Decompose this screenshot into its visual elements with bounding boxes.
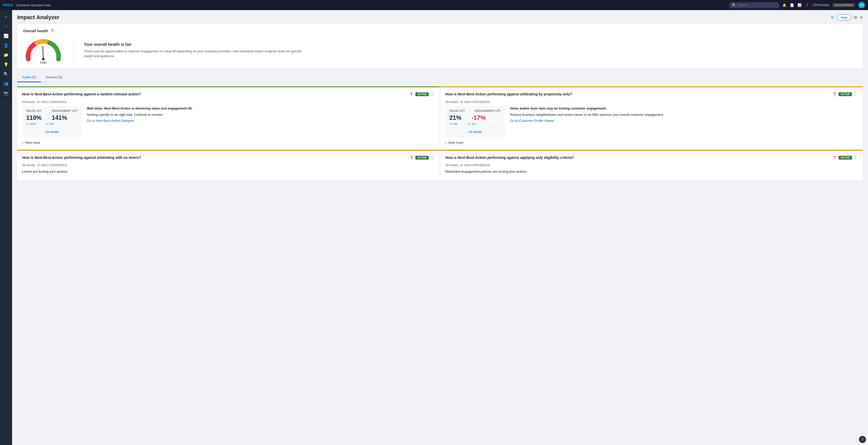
card-1-engagement-margin: +/- 3%: [46, 122, 54, 125]
card-1-lift-margins: +/- 10% +/- 3%: [26, 122, 78, 125]
settings-button[interactable]: ⚙: [854, 15, 857, 20]
sidebar-camera-icon[interactable]: 📷: [2, 89, 10, 97]
card-3-more-button[interactable]: ⋮: [431, 155, 435, 160]
card-3-issues-label: All issues: [22, 163, 35, 167]
analyzer-card-4: How is Next-Best-Action performing again…: [440, 150, 863, 180]
sidebar-grid-icon[interactable]: ⋮⋮: [2, 99, 10, 107]
svg-point-1: [42, 58, 44, 60]
tab-active[interactable]: Active (5): [17, 73, 41, 82]
card-1-value-lift: 110%: [26, 114, 41, 121]
analyzer-card-3: How is Next-Best-Action performing again…: [17, 150, 440, 180]
health-description: There may be opportunities to improve en…: [84, 49, 310, 59]
search-bar[interactable]: 🔍: [729, 2, 779, 8]
sidebar-folder-icon[interactable]: 📁: [2, 51, 10, 59]
card-1-value-margin: +/- 10%: [26, 122, 36, 125]
card-4-question: How is Next-Best-Action performing again…: [445, 155, 574, 160]
health-gauge: FAIR: [23, 36, 63, 64]
help-icon[interactable]: ❓: [805, 3, 809, 7]
card-1-link[interactable]: Go to Next-Best-Action Designer: [87, 119, 134, 123]
sidebar-profile-icon[interactable]: 👥: [2, 80, 10, 88]
search-icon: 🔍: [732, 3, 736, 7]
card-3-help-icon[interactable]: ❓: [409, 156, 413, 160]
card-2-help-icon[interactable]: ❓: [833, 92, 837, 96]
card-1-more-button[interactable]: ⋮: [431, 92, 435, 97]
card-4-desc-normal: Restrictive engagement policies are hurt…: [445, 169, 858, 174]
card-1-view-more[interactable]: › View more: [22, 141, 435, 145]
card-4-issues-row: All issues ✔ HIGH CONFIDENCE: [445, 163, 858, 167]
card-2-lift-box: VALUE LIFT ENGAGEMENT LIFT 21% -17% +/- …: [445, 106, 505, 137]
close-button[interactable]: ✕: [860, 15, 863, 20]
card-1-issues-row: All issues ✔ HIGH CONFIDENCE: [22, 100, 435, 104]
card-2-chevron-icon: ›: [445, 141, 446, 145]
page-title: Impact Analyzer: [17, 14, 59, 21]
cdh-username: CDHSample: [813, 3, 830, 7]
card-4-check-icon: ✔: [460, 163, 463, 167]
card-1-lift-details-link[interactable]: Lift details: [26, 128, 78, 134]
user-avatar[interactable]: CA: [859, 2, 865, 8]
card-1-lift-box: VALUE LIFT ENGAGEMENT LIFT 110% 141% +/-…: [22, 106, 82, 137]
card-4-confidence-label: HIGH CONFIDENCE: [464, 164, 490, 167]
card-2-lift-headers: VALUE LIFT ENGAGEMENT LIFT: [450, 109, 501, 112]
card-1-help-icon[interactable]: ❓: [409, 92, 413, 96]
dev-environment-badge: DEVELOPMENT: [833, 3, 855, 7]
bell-icon[interactable]: 🔔: [782, 3, 786, 7]
sidebar-search-icon[interactable]: 🔍: [2, 70, 10, 78]
bottom-help-icon[interactable]: ?: [859, 436, 866, 443]
card-1-lift-headers: VALUE LIFT ENGAGEMENT LIFT: [26, 109, 78, 112]
card-1-description: Well done. Next-Best-Action is deliverin…: [87, 106, 435, 123]
card-2-value-lift: 21%: [450, 114, 461, 121]
sidebar-chart-icon[interactable]: 📈: [2, 32, 10, 40]
card-2-link[interactable]: Go to Customer Profile Viewer: [510, 119, 554, 123]
search-input[interactable]: [738, 3, 773, 7]
card-2-view-more-label: View more: [448, 141, 463, 145]
card-1-lift-values: 110% 141%: [26, 114, 78, 121]
card-1-body: VALUE LIFT ENGAGEMENT LIFT 110% 141% +/-…: [22, 106, 435, 137]
tab-inactive[interactable]: Inactive (0): [41, 73, 67, 82]
card-2-lift-values: 21% -17%: [450, 114, 501, 121]
card-4-body: Restrictive engagement policies are hurt…: [445, 169, 858, 176]
sidebar-lightbulb-icon[interactable]: 💡: [2, 60, 10, 68]
card-2-confidence: ✔ HIGH CONFIDENCE: [460, 100, 490, 104]
card-3-confidence-label: HIGH CONFIDENCE: [41, 164, 67, 167]
card-4-help-icon[interactable]: ❓: [833, 156, 837, 160]
left-sidebar: ＋ ⌂ 📈 👤 📁 💡 🔍 👥 📷 ⋮⋮: [0, 10, 12, 445]
svg-text:FAIR: FAIR: [40, 61, 46, 64]
sidebar-add-icon[interactable]: ＋: [2, 12, 10, 21]
card-4-more-button[interactable]: ⋮: [854, 155, 858, 160]
card-3-confidence: ✔ HIGH CONFIDENCE: [37, 163, 67, 167]
document-icon[interactable]: 📄: [790, 3, 794, 7]
sidebar-person-icon[interactable]: 👤: [2, 41, 10, 49]
help-button[interactable]: Help: [837, 14, 851, 21]
analyzer-cards-grid: How is Next-Best-Action performing again…: [17, 86, 863, 180]
card-2-value-lift-header: VALUE LIFT: [450, 109, 465, 112]
health-text: Your overall health is fair There may be…: [84, 42, 310, 59]
card-2-lift-details-link[interactable]: Lift details: [450, 128, 501, 134]
card-1-issues-label: All issues: [22, 100, 35, 104]
card-1-engagement-lift: 141%: [52, 114, 67, 121]
card-1-confidence: ✔ HIGH CONFIDENCE: [37, 100, 67, 104]
card-2-view-more[interactable]: › View more: [445, 141, 858, 145]
sidebar-home-icon[interactable]: ⌂: [2, 22, 10, 30]
chart-icon[interactable]: 📊: [798, 3, 802, 7]
card-1-status-badge: ACTIVE: [415, 92, 429, 96]
card-3-issues-row: All issues ✔ HIGH CONFIDENCE: [22, 163, 435, 167]
card-1-engagement-lift-header: ENGAGEMENT LIFT: [52, 109, 78, 112]
card-1-actions: ❓ ACTIVE ⋮: [409, 92, 435, 97]
card-1-view-more-label: View more: [25, 141, 40, 145]
health-help-icon[interactable]: ❓: [50, 29, 54, 33]
card-1-check-icon: ✔: [37, 100, 40, 104]
card-1-header: How is Next-Best-Action performing again…: [22, 92, 435, 97]
card-2-issues-label: All issues: [445, 100, 458, 104]
card-1-chevron-icon: ›: [22, 141, 23, 145]
card-3-check-icon: ✔: [37, 163, 40, 167]
refresh-button[interactable]: ↻: [831, 15, 834, 20]
tabs-row: Active (5) Inactive (0): [17, 73, 863, 82]
pega-logo: PEGA: [3, 3, 13, 7]
card-2-more-button[interactable]: ⋮: [854, 92, 858, 97]
health-divider: [73, 38, 74, 63]
card-2-engagement-lift-header: ENGAGEMENT LIFT: [475, 109, 501, 112]
card-3-question: How is Next-Best-Action performing again…: [22, 155, 141, 160]
card-4-confidence: ✔ HIGH CONFIDENCE: [460, 163, 490, 167]
card-1-desc-normal: Nothing specific to do right now. Contin…: [87, 112, 435, 117]
card-3-description: Levers are hurting your actions.: [22, 169, 435, 176]
